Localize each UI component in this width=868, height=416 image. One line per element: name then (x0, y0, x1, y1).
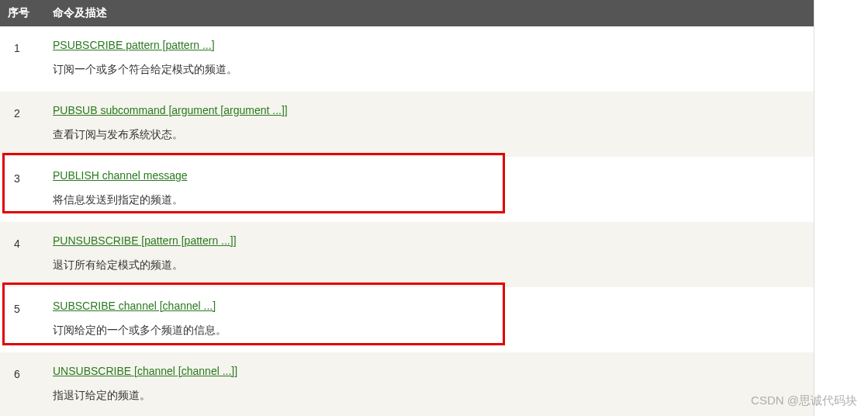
table-row: 3 PUBLISH channel message 将信息发送到指定的频道。 (0, 157, 814, 222)
command-desc: 查看订阅与发布系统状态。 (53, 127, 806, 143)
row-content: PUNSUBSCRIBE [pattern [pattern ...]] 退订所… (45, 222, 814, 287)
table-row: 1 PSUBSCRIBE pattern [pattern ...] 订阅一个或… (0, 26, 814, 92)
table-row: 6 UNSUBSCRIBE [channel [channel ...]] 指退… (0, 352, 814, 416)
row-num: 3 (0, 157, 45, 222)
command-desc: 将信息发送到指定的频道。 (53, 192, 806, 208)
command-link[interactable]: PUBSUB subcommand [argument [argument ..… (53, 104, 288, 116)
command-desc: 退订所有给定模式的频道。 (53, 257, 806, 273)
row-content: SUBSCRIBE channel [channel ...] 订阅给定的一个或… (45, 287, 814, 352)
table-header-row: 序号 命令及描述 (0, 0, 814, 26)
row-num: 5 (0, 287, 45, 352)
row-content: PUBLISH channel message 将信息发送到指定的频道。 (45, 157, 814, 222)
command-link[interactable]: SUBSCRIBE channel [channel ...] (53, 300, 216, 312)
row-num: 6 (0, 352, 45, 416)
table-row: 5 SUBSCRIBE channel [channel ...] 订阅给定的一… (0, 287, 814, 352)
command-link[interactable]: PUBLISH channel message (53, 169, 188, 182)
row-content: PSUBSCRIBE pattern [pattern ...] 订阅一个或多个… (45, 26, 814, 92)
table-row: 4 PUNSUBSCRIBE [pattern [pattern ...]] 退… (0, 222, 814, 287)
command-link[interactable]: UNSUBSCRIBE [channel [channel ...]] (53, 365, 237, 377)
row-num: 1 (0, 26, 45, 92)
command-link[interactable]: PSUBSCRIBE pattern [pattern ...] (53, 39, 215, 51)
table-row: 2 PUBSUB subcommand [argument [argument … (0, 92, 814, 157)
header-num: 序号 (0, 0, 45, 26)
command-desc: 订阅给定的一个或多个频道的信息。 (53, 322, 806, 338)
row-num: 4 (0, 222, 45, 287)
command-link[interactable]: PUNSUBSCRIBE [pattern [pattern ...]] (53, 234, 237, 247)
row-content: PUBSUB subcommand [argument [argument ..… (45, 92, 814, 157)
header-cmd: 命令及描述 (45, 0, 814, 26)
row-num: 2 (0, 92, 45, 157)
commands-table: 序号 命令及描述 1 PSUBSCRIBE pattern [pattern .… (0, 0, 814, 416)
row-content: UNSUBSCRIBE [channel [channel ...]] 指退订给… (45, 352, 814, 416)
command-desc: 订阅一个或多个符合给定模式的频道。 (53, 61, 806, 78)
command-desc: 指退订给定的频道。 (53, 387, 806, 404)
